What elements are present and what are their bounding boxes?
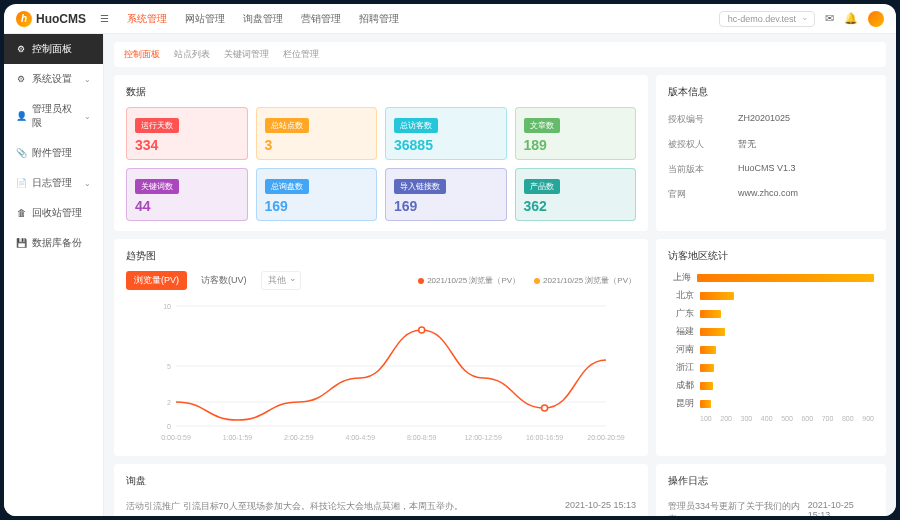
region-bar	[700, 292, 734, 300]
region-row: 成都	[668, 379, 874, 392]
version-row: 当前版本HuoCMS V1.3	[668, 157, 874, 182]
stat-tag: 产品数	[524, 179, 560, 194]
crumb-item[interactable]: 控制面板	[124, 48, 160, 61]
sidebar-item[interactable]: ⚙系统设置⌄	[4, 64, 103, 94]
stat-card: 产品数362	[515, 168, 637, 221]
brand-name: HuoCMS	[36, 12, 86, 26]
region-title: 访客地区统计	[668, 249, 874, 263]
log-time: 2021-10-25 15:13	[808, 500, 874, 516]
topnav-item[interactable]: 询盘管理	[243, 12, 283, 26]
sidebar-label: 附件管理	[32, 146, 72, 160]
chevron-down-icon: ⌄	[84, 112, 91, 121]
sidebar-item[interactable]: 🗑回收站管理	[4, 198, 103, 228]
svg-text:2: 2	[167, 399, 171, 406]
stat-tag: 总站点数	[265, 118, 309, 133]
stat-tag: 运行天数	[135, 118, 179, 133]
svg-text:16:00-16:59: 16:00-16:59	[526, 434, 563, 441]
svg-text:0:00-0:59: 0:00-0:59	[161, 434, 191, 441]
sidebar-item[interactable]: 👤管理员权限⌄	[4, 94, 103, 138]
inquiry-time: 2021-10-25 15:13	[565, 500, 636, 513]
region-bar	[697, 274, 874, 282]
sidebar-icon: 💾	[16, 238, 26, 248]
avatar[interactable]	[868, 11, 884, 27]
bell-icon[interactable]: 🔔	[844, 12, 858, 25]
chart-tab[interactable]: 浏览量(PV)	[126, 271, 187, 290]
region-row: 浙江	[668, 361, 874, 374]
region-row: 上海	[668, 271, 874, 284]
svg-text:10: 10	[163, 303, 171, 310]
sidebar-label: 控制面板	[32, 42, 72, 56]
region-row: 北京	[668, 289, 874, 302]
stat-value: 44	[135, 198, 239, 214]
inquiry-title: 询盘	[126, 474, 636, 488]
stat-tag: 总访客数	[394, 118, 438, 133]
stat-card: 总站点数3	[256, 107, 378, 160]
svg-text:1:00-1:59: 1:00-1:59	[223, 434, 253, 441]
chart-select[interactable]: 其他	[261, 271, 301, 290]
region-bar	[700, 328, 725, 336]
sidebar-label: 管理员权限	[32, 102, 78, 130]
main-content: 控制面板站点列表关键词管理栏位管理 数据 运行天数334总站点数3总访客数368…	[104, 34, 896, 516]
sidebar-icon: 📄	[16, 178, 26, 188]
message-icon[interactable]: ✉	[825, 12, 834, 25]
trend-chart: 025100:00-0:591:00-1:592:00-2:594:00-4:5…	[126, 296, 636, 446]
region-row: 福建	[668, 325, 874, 338]
crumb-item[interactable]: 站点列表	[174, 48, 210, 61]
chevron-down-icon: ⌄	[84, 179, 91, 188]
region-bar	[700, 346, 716, 354]
svg-point-16	[419, 327, 425, 333]
stat-value: 334	[135, 137, 239, 153]
breadcrumb: 控制面板站点列表关键词管理栏位管理	[114, 42, 886, 67]
crumb-item[interactable]: 栏位管理	[283, 48, 319, 61]
sidebar-item[interactable]: ⚙控制面板	[4, 34, 103, 64]
topnav-item[interactable]: 系统管理	[127, 12, 167, 26]
sidebar: ⚙控制面板⚙系统设置⌄👤管理员权限⌄📎附件管理📄日志管理⌄🗑回收站管理💾数据库备…	[4, 34, 104, 516]
collapse-icon[interactable]: ☰	[100, 13, 109, 24]
chevron-down-icon: ⌄	[84, 75, 91, 84]
region-row: 广东	[668, 307, 874, 320]
region-row: 河南	[668, 343, 874, 356]
inquiry-panel: 询盘 活动引流推广 引流目标70人至现场参加大会。科技论坛大会地点莫湘，本周五举…	[114, 464, 648, 516]
top-nav: 系统管理网站管理询盘管理营销管理招聘管理	[127, 12, 399, 26]
sidebar-item[interactable]: 💾数据库备份	[4, 228, 103, 258]
region-bar	[700, 382, 713, 390]
stat-value: 189	[524, 137, 628, 153]
stats-panel: 数据 运行天数334总站点数3总访客数36885文章数189关键词数44总询盘数…	[114, 75, 648, 231]
stat-card: 文章数189	[515, 107, 637, 160]
stat-card: 总询盘数169	[256, 168, 378, 221]
topnav-item[interactable]: 营销管理	[301, 12, 341, 26]
version-panel: 版本信息 授权编号ZH20201025被授权人暂无当前版本HuoCMS V1.3…	[656, 75, 886, 231]
region-bar	[700, 364, 714, 372]
stat-card: 导入链接数169	[385, 168, 507, 221]
sidebar-item[interactable]: 📄日志管理⌄	[4, 168, 103, 198]
stat-tag: 关键词数	[135, 179, 179, 194]
domain-select[interactable]: hc-demo.dev.test	[719, 11, 815, 27]
inquiry-text: 活动引流推广 引流目标70人至现场参加大会。科技论坛大会地点莫湘，本周五举办。	[126, 500, 463, 513]
stat-value: 169	[394, 198, 498, 214]
sidebar-icon: 🗑	[16, 208, 26, 218]
svg-text:8:00-8:59: 8:00-8:59	[407, 434, 437, 441]
chart-panel: 趋势图 浏览量(PV)访客数(UV) 其他 2021/10/25 浏览量（PV）…	[114, 239, 648, 456]
topbar: h HuoCMS ☰ 系统管理网站管理询盘管理营销管理招聘管理 hc-demo.…	[4, 4, 896, 34]
stat-card: 运行天数334	[126, 107, 248, 160]
sidebar-item[interactable]: 📎附件管理	[4, 138, 103, 168]
version-row: 官网www.zhco.com	[668, 182, 874, 207]
version-title: 版本信息	[668, 85, 874, 99]
topnav-item[interactable]: 招聘管理	[359, 12, 399, 26]
stat-value: 362	[524, 198, 628, 214]
sidebar-icon: 📎	[16, 148, 26, 158]
stats-title: 数据	[126, 85, 636, 99]
svg-text:2:00-2:59: 2:00-2:59	[284, 434, 314, 441]
log-text: 管理员334号更新了关于我们的内容。	[668, 500, 808, 516]
chart-tab[interactable]: 访客数(UV)	[193, 271, 255, 290]
topnav-item[interactable]: 网站管理	[185, 12, 225, 26]
region-bar	[700, 310, 721, 318]
stat-value: 3	[265, 137, 369, 153]
sidebar-icon: ⚙	[16, 74, 26, 84]
stat-value: 169	[265, 198, 369, 214]
chart-title: 趋势图	[126, 249, 636, 263]
svg-text:4:00-4:59: 4:00-4:59	[345, 434, 375, 441]
stat-tag: 文章数	[524, 118, 560, 133]
crumb-item[interactable]: 关键词管理	[224, 48, 269, 61]
svg-text:20:00-20:59: 20:00-20:59	[587, 434, 624, 441]
